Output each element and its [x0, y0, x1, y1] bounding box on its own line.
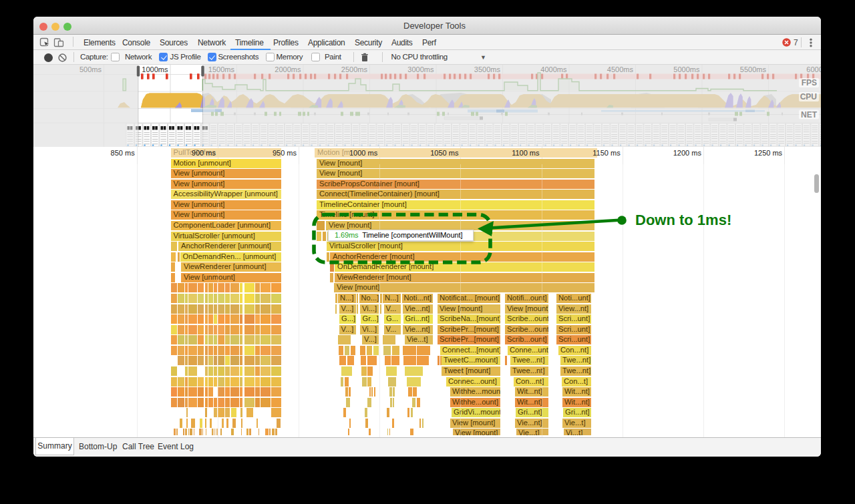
svg-text:Down to 1ms!: Down to 1ms!: [635, 212, 731, 228]
